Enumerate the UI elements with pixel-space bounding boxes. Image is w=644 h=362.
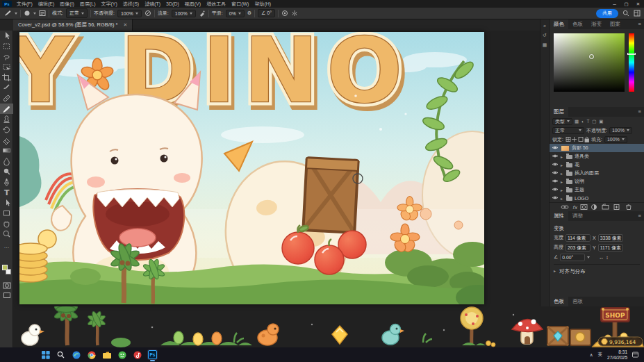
fill-select[interactable]: 100% [604,136,627,143]
color-picker-marker[interactable] [589,54,594,59]
lasso-tool-icon[interactable] [4,56,9,60]
photoshop-taskbar-icon[interactable]: Ps [147,349,158,360]
menu-window[interactable]: 窗口(W) [229,0,251,8]
menu-filter[interactable]: 滤镜(T) [142,0,163,8]
menu-file[interactable]: 文件(F) [14,0,35,8]
minimize-button[interactable]: ─ [609,0,620,8]
eyedropper-tool-icon[interactable] [3,85,9,89]
music-app-icon[interactable] [132,349,142,360]
saturation-brightness-picker[interactable] [554,33,625,92]
input-language-indicator[interactable]: 英 [598,352,603,358]
brush-angle-field[interactable]: ∠ 0° [258,9,275,17]
mode-select[interactable]: 正常 [66,8,88,18]
marquee-tool-icon[interactable] [4,44,10,49]
panel-menu-icon[interactable]: ≡ [636,19,644,29]
maximize-button[interactable]: ▢ [620,0,632,8]
clone-stamp-tool-icon[interactable] [4,116,10,123]
group-expand-chevron[interactable]: ▸ [561,171,564,176]
width-field[interactable]: 114 像素 [565,234,591,242]
tab-swatches-bottom[interactable]: 色板 [550,297,568,306]
group-expand-chevron[interactable]: ▸ [561,163,564,167]
hand-tool-icon[interactable] [4,222,9,227]
tab-patterns[interactable]: 图案 [606,19,625,29]
layer-group-row[interactable]: ▸ LOGO [550,194,644,202]
history-panel-icon[interactable]: ↺ [540,33,549,38]
align-section-chevron[interactable]: ▸ [554,267,557,276]
libraries-panel-icon[interactable]: ▦ [540,42,549,48]
zoom-tool-icon[interactable] [3,231,10,237]
edge-browser-icon[interactable] [71,349,81,360]
healing-brush-tool-icon[interactable] [3,95,10,102]
layer-group-row[interactable]: ▸ 插入的图层 [550,169,644,177]
menu-plugins[interactable]: 增效工具 [204,0,229,8]
workspace-switcher-icon[interactable] [634,10,641,17]
symmetry-icon[interactable] [291,10,298,17]
notification-center-icon[interactable] [632,352,638,359]
collapse-panels-icon[interactable]: « [540,24,549,28]
layer-group-row[interactable]: ▸ 道具类 [550,152,644,161]
flip-vertical-icon[interactable]: ↕ [606,255,609,260]
foreground-color-swatch[interactable] [2,265,8,270]
taskbar-search-icon[interactable] [56,349,66,360]
tab-close-icon[interactable]: ✕ [124,22,128,28]
airbrush-icon[interactable] [199,10,206,17]
hue-slider[interactable] [629,33,634,92]
smoothing-select[interactable]: 0% [226,10,245,17]
brush-picker-caret[interactable] [33,13,36,15]
document-canvas[interactable]: Y DINO Y DINO Y DINO [19,32,484,304]
type-tool-icon[interactable]: T [4,188,10,197]
tab-color[interactable]: 颜色 [550,19,568,29]
layer-row-selected[interactable]: 剪影 56 [550,144,644,152]
y-field[interactable]: 1171 像素 [598,244,623,252]
menu-help[interactable]: 帮助(H) [251,0,274,8]
layer-thumbnail[interactable] [561,145,570,151]
tab-properties[interactable]: 属性 [550,211,568,221]
group-expand-chevron[interactable]: ▸ [561,179,564,184]
start-button[interactable] [40,349,51,360]
visibility-eye-icon[interactable] [552,162,559,167]
menu-image[interactable]: 图像(I) [57,0,77,8]
group-expand-chevron[interactable]: ▸ [561,196,564,201]
blur-tool-icon[interactable] [4,158,10,166]
tray-chevron-icon[interactable]: ∧ [590,352,593,358]
visibility-eye-icon[interactable] [552,187,559,192]
blend-mode-select[interactable]: 正常 [552,127,584,134]
tab-layers[interactable]: 图层 [550,107,568,117]
hue-slider-marker[interactable] [627,53,636,55]
close-button[interactable]: ✕ [632,0,644,8]
layer-filter-icons[interactable]: ▦ ◐ T ▢ ▣ [575,119,604,124]
asset-sprite-strip[interactable]: SHOP 9,936,164 [13,306,644,347]
smoothing-gear-icon[interactable]: ⚙ [247,10,251,16]
lock-icons[interactable] [565,136,589,142]
visibility-eye-icon[interactable] [552,170,559,176]
edit-toolbar-icon[interactable]: … [0,243,13,249]
pen-tool-icon[interactable] [5,179,9,186]
document-tab[interactable]: Cover_v2.psd @ 58.9% (图层 56, RGB/8) * ✕ [13,19,133,31]
layers-opacity-select[interactable]: 100% [609,127,632,134]
tool-preset-caret[interactable] [15,13,17,15]
layer-group-row[interactable]: ▸ 主题 [550,186,644,194]
flip-horizontal-icon[interactable]: ↔ [599,255,604,260]
visibility-eye-icon[interactable] [552,154,559,159]
history-brush-tool-icon[interactable] [3,127,9,133]
path-selection-tool-icon[interactable] [6,199,10,206]
search-icon[interactable] [622,10,629,17]
chrome-browser-icon[interactable] [86,349,97,360]
menu-view[interactable]: 视图(V) [182,0,204,8]
layer-group-row[interactable]: ▸ 说明 [550,177,644,186]
share-button[interactable]: 共用 [596,9,618,18]
visibility-eye-icon[interactable] [552,145,559,151]
crop-tool-icon[interactable] [2,74,11,81]
shape-tool-icon[interactable] [4,211,10,216]
opacity-select[interactable]: 100% [117,10,142,17]
group-expand-chevron[interactable]: ▸ [561,154,564,159]
eraser-tool-icon[interactable] [3,139,10,145]
tool-preset-icon[interactable] [3,9,12,17]
flow-select[interactable]: 100% [172,10,196,17]
height-field[interactable]: 203 像素 [565,244,591,252]
taskbar-clock[interactable]: 8:31 27/4/2025 [607,349,627,360]
move-tool-icon[interactable] [6,32,10,39]
brush-tip-icon[interactable] [24,10,31,17]
menu-3d[interactable]: 3D(D) [163,0,182,8]
visibility-eye-icon[interactable] [552,179,559,184]
